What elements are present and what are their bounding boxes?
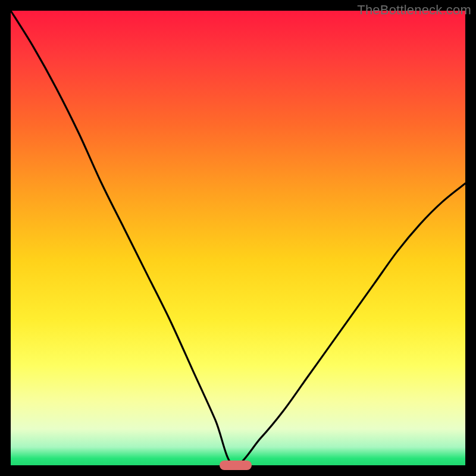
optimal-marker: [220, 461, 251, 470]
plot-area: [11, 11, 465, 465]
chart-frame: TheBottleneck.com: [0, 0, 476, 476]
bottleneck-curve: [11, 11, 465, 465]
bottleneck-curve-path: [11, 11, 465, 465]
watermark-text: TheBottleneck.com: [357, 2, 471, 18]
